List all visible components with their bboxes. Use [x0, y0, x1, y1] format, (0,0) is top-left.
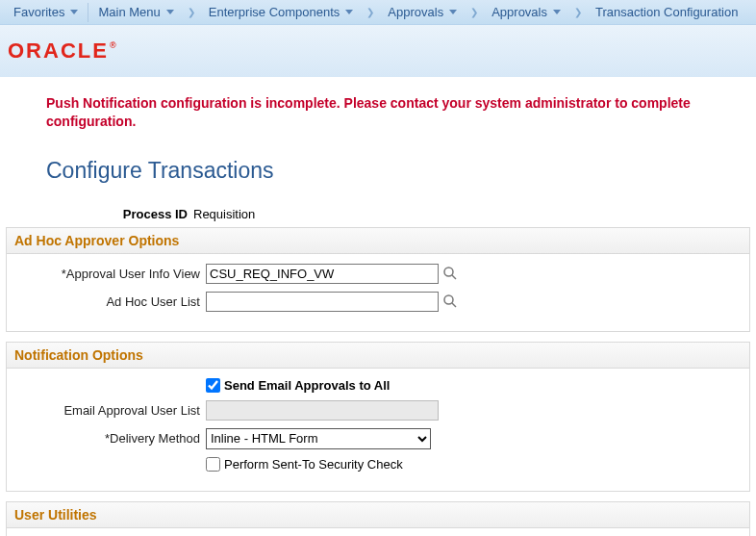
nav-main-menu[interactable]: Main Menu	[88, 0, 183, 24]
nav-main-menu-label: Main Menu	[98, 5, 160, 19]
section-adhoc: Ad Hoc Approver Options *Approval User I…	[6, 227, 750, 332]
email-user-list-label: Email Approval User List	[13, 403, 206, 418]
top-navbar: Favorites Main Menu ❯ Enterprise Compone…	[0, 0, 756, 25]
section-notification-title: Notification Options	[7, 343, 749, 369]
breadcrumb-item-0[interactable]: Enterprise Components	[199, 0, 364, 24]
row-send-email-all: Send Email Approvals to All	[13, 378, 743, 393]
caret-down-icon	[166, 10, 174, 14]
row-approval-user-info-view: *Approval User Info View	[13, 264, 743, 284]
svg-point-2	[444, 295, 453, 304]
breadcrumb-item-3[interactable]: Transaction Configuration	[586, 0, 747, 24]
security-check-wrap: Perform Sent-To Security Check	[206, 457, 403, 472]
page-title: Configure Transactions	[0, 140, 756, 203]
caret-down-icon	[345, 10, 353, 14]
registered-mark: ®	[110, 40, 118, 50]
row-email-approval-user-list: Email Approval User List	[13, 400, 743, 421]
adhoc-user-list-label: Ad Hoc User List	[13, 294, 206, 309]
row-security-check: Perform Sent-To Security Check	[13, 457, 743, 472]
svg-point-0	[444, 268, 453, 276]
oracle-logo-text: ORACLE	[8, 38, 109, 63]
section-user-utilities-body: User Utilities Package User Utilities Pa…	[7, 528, 749, 536]
section-user-utilities: User Utilities User Utilities Package Us…	[6, 501, 750, 536]
approval-view-input[interactable]	[206, 264, 439, 284]
adhoc-user-list-input[interactable]	[206, 292, 439, 312]
security-check-checkbox[interactable]	[206, 457, 220, 472]
logo-strip: ORACLE®	[0, 25, 756, 77]
send-email-all-wrap: Send Email Approvals to All	[206, 378, 390, 393]
row-delivery-method: *Delivery Method Inline - HTML Form	[13, 428, 743, 449]
email-user-list-input	[206, 400, 439, 421]
breadcrumb-item-1[interactable]: Approvals	[378, 0, 466, 24]
approval-view-label: *Approval User Info View	[13, 267, 206, 281]
row-adhoc-user-list: Ad Hoc User List	[13, 292, 743, 312]
send-email-all-checkbox[interactable]	[206, 378, 220, 393]
nav-favorites-label: Favorites	[13, 5, 64, 19]
content-area: Push Notification configuration is incom…	[0, 77, 756, 536]
nav-favorites[interactable]: Favorites	[4, 0, 88, 24]
send-email-all-label: Send Email Approvals to All	[224, 378, 390, 393]
svg-line-1	[452, 275, 456, 279]
caret-down-icon	[449, 10, 457, 14]
delivery-method-label: *Delivery Method	[13, 431, 206, 446]
section-notification-body: Send Email Approvals to All Email Approv…	[7, 369, 749, 491]
breadcrumb-label: Approvals	[491, 5, 547, 19]
process-id-value: Requisition	[193, 207, 255, 221]
breadcrumb-label: Approvals	[388, 5, 443, 19]
breadcrumb-item-2[interactable]: Approvals	[482, 0, 570, 24]
oracle-logo: ORACLE®	[8, 38, 117, 63]
lookup-icon[interactable]	[442, 294, 458, 309]
delivery-method-select[interactable]: Inline - HTML Form	[206, 428, 431, 449]
chevron-right-icon: ❯	[570, 7, 586, 17]
chevron-right-icon: ❯	[466, 7, 482, 17]
process-id-label: Process ID	[0, 207, 193, 221]
security-check-label: Perform Sent-To Security Check	[224, 457, 403, 472]
section-adhoc-body: *Approval User Info View Ad Hoc User Lis…	[7, 254, 749, 331]
breadcrumb-label: Transaction Configuration	[595, 5, 738, 19]
process-id-row: Process ID Requisition	[0, 203, 756, 227]
chevron-right-icon: ❯	[363, 7, 378, 17]
section-adhoc-title: Ad Hoc Approver Options	[7, 228, 749, 254]
alert-message: Push Notification configuration is incom…	[0, 85, 756, 140]
chevron-right-icon: ❯	[184, 7, 199, 17]
breadcrumb-label: Enterprise Components	[209, 5, 340, 19]
caret-down-icon	[553, 10, 561, 14]
lookup-icon[interactable]	[442, 266, 458, 281]
section-user-utilities-title: User Utilities	[7, 502, 749, 528]
caret-down-icon	[70, 10, 78, 14]
section-notification: Notification Options Send Email Approval…	[6, 342, 750, 492]
svg-line-3	[452, 303, 456, 307]
